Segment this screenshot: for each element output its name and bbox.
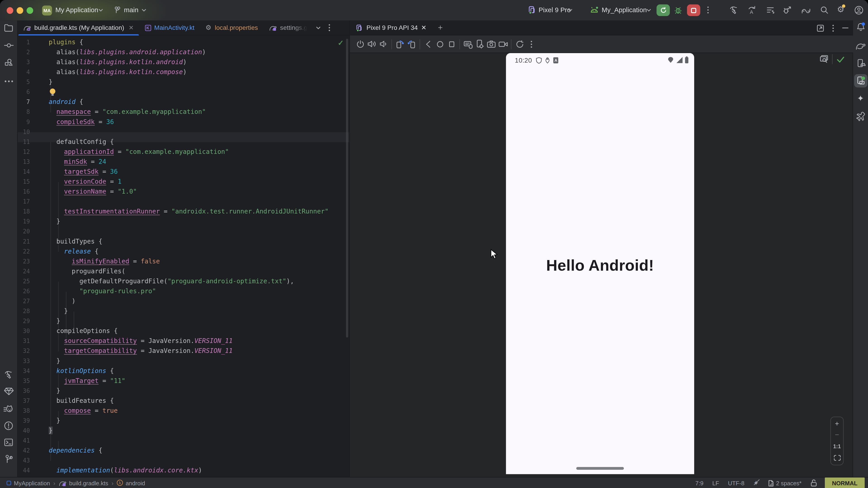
hidden-tabs-chevron-icon[interactable]	[316, 26, 321, 29]
device-selector[interactable]: Pixel 9 Pro	[539, 6, 571, 14]
code-line[interactable]: 11 defaultConfig {	[18, 137, 349, 147]
editor-scrollbar[interactable]	[346, 39, 348, 337]
zoom-in-button[interactable]: +	[835, 421, 839, 427]
device-settings-icon[interactable]	[474, 35, 485, 53]
code-line[interactable]: 22 release {	[18, 246, 349, 256]
build-tool-icon[interactable]	[3, 369, 14, 380]
terminal-icon[interactable]	[3, 436, 14, 448]
project-folder-icon[interactable]	[3, 22, 14, 33]
code-line[interactable]: 44 implementation(libs.androidx.core.ktx…	[18, 465, 349, 475]
tab-local-properties[interactable]: ⚙ local.properties	[200, 20, 264, 35]
notifications-bell-icon[interactable]	[855, 22, 866, 33]
apply-code-changes-icon[interactable]	[766, 5, 775, 15]
code-line[interactable]: 4 alias(libs.plugins.kotlin.compose)	[18, 67, 349, 77]
code-line[interactable]: 39 }	[18, 416, 349, 425]
indent-setting[interactable]: 2 spaces*	[768, 480, 802, 487]
code-line[interactable]: 31 sourceCompatibility = JavaVersion.VER…	[18, 336, 349, 346]
android-home-icon[interactable]	[434, 35, 445, 53]
code-line[interactable]: 30 compileOptions {	[18, 326, 349, 336]
close-icon[interactable]: ✕	[129, 24, 134, 31]
breadcrumb-project[interactable]: MyApplication	[6, 480, 50, 486]
hardware-input-icon[interactable]	[462, 35, 474, 53]
problems-icon[interactable]	[3, 420, 14, 431]
run-configuration[interactable]: My_Application	[602, 6, 647, 14]
gemini-gem-icon[interactable]	[3, 386, 14, 397]
code-line[interactable]: 42dependencies {	[18, 445, 349, 455]
code-line[interactable]: 29 }	[18, 316, 349, 326]
inspection-ok-icon[interactable]: ✓	[338, 39, 344, 47]
macos-zoom-button[interactable]	[27, 7, 33, 14]
code-line[interactable]: 34 kotlinOptions {	[18, 366, 349, 376]
zoom-reset-button[interactable]: 1:1	[833, 443, 841, 449]
macos-minimize-button[interactable]	[17, 7, 23, 14]
code-line[interactable]: 26 "proguard-rules.pro"	[18, 286, 349, 296]
ai-disabled-icon[interactable]: ✦	[753, 479, 759, 487]
rotate-right-icon[interactable]	[406, 35, 417, 53]
ui-check-icon[interactable]	[818, 51, 830, 68]
reset-icon[interactable]	[514, 35, 525, 53]
android-overview-icon[interactable]	[445, 35, 457, 53]
intention-lightbulb-icon[interactable]	[50, 89, 55, 94]
toolbar-more-icon[interactable]	[525, 35, 537, 53]
caret-position[interactable]: 7:9	[695, 480, 704, 486]
running-devices-icon[interactable]	[854, 74, 867, 88]
breadcrumb-file[interactable]: build.gradle.kts	[59, 480, 108, 486]
code-line[interactable]: 3 alias(libs.plugins.kotlin.android)	[18, 57, 349, 67]
line-ending[interactable]: LF	[712, 480, 719, 486]
profile-icon[interactable]	[854, 5, 864, 15]
code-line[interactable]: 13 minSdk = 24	[18, 157, 349, 166]
code-line[interactable]: 37 buildFeatures {	[18, 396, 349, 405]
screenshot-camera-icon[interactable]	[486, 35, 497, 53]
device-tab[interactable]: Pixel 9 Pro API 34 ✕	[350, 24, 432, 32]
tab-mainactivity-kt[interactable]: K MainActivity.kt	[139, 20, 200, 35]
code-line[interactable]: 23 isMinifyEnabled = false	[18, 256, 349, 266]
tab-options-icon[interactable]	[329, 24, 331, 31]
airplane-icon[interactable]	[855, 111, 866, 122]
code-line[interactable]: 18 testInstrumentationRunner = "androidx…	[18, 206, 349, 216]
code-line[interactable]: 8 namespace = "com.example.myapplication…	[18, 107, 349, 117]
close-icon[interactable]: ✕	[421, 24, 427, 31]
code-line[interactable]: 36 }	[18, 386, 349, 396]
zoom-out-button[interactable]: −	[835, 432, 839, 437]
more-tool-windows-icon[interactable]	[3, 76, 14, 87]
android-back-icon[interactable]	[423, 35, 434, 53]
apply-changes-icon[interactable]: A	[747, 5, 757, 15]
tab-settings-gradle[interactable]: settings.g	[264, 20, 313, 35]
screen-record-icon[interactable]	[497, 35, 508, 53]
code-line[interactable]: 24 proguardFiles(	[18, 266, 349, 276]
code-line[interactable]: 40}	[18, 425, 349, 435]
open-new-window-icon[interactable]	[816, 24, 824, 32]
code-line[interactable]: 10	[18, 127, 349, 137]
stop-button[interactable]	[687, 4, 700, 16]
project-name[interactable]: My Application	[55, 6, 98, 14]
project-avatar[interactable]: MA	[42, 5, 52, 15]
device-screen[interactable]: 10:20 A Hello Android!	[506, 53, 694, 474]
gradle-elephant-icon[interactable]	[855, 40, 866, 51]
gesture-navigation-bar[interactable]	[576, 467, 624, 470]
code-line[interactable]: 41	[18, 435, 349, 445]
search-icon[interactable]	[820, 5, 829, 14]
power-button-icon[interactable]	[354, 35, 366, 53]
code-line[interactable]: 9 compileSdk = 36	[18, 117, 349, 127]
hide-panel-icon[interactable]	[842, 27, 848, 29]
code-line[interactable]: 17	[18, 196, 349, 206]
code-line[interactable]: 7android {	[18, 97, 349, 107]
code-line[interactable]: 27 )	[18, 296, 349, 306]
attach-debugger-icon[interactable]	[782, 5, 792, 15]
code-line[interactable]: 16 versionName = "1.0"	[18, 186, 349, 196]
encoding[interactable]: UTF-8	[728, 480, 745, 486]
vim-mode-badge[interactable]: NORMAL	[825, 477, 865, 488]
code-line[interactable]: 20	[18, 226, 349, 236]
code-editor[interactable]: 1plugins {2 alias(libs.plugins.android.a…	[18, 35, 349, 477]
code-line[interactable]: 33 }	[18, 356, 349, 366]
tab-build-gradle-kts[interactable]: K build.gradle.kts (My Application) ✕	[18, 20, 139, 35]
rerun-button[interactable]	[656, 4, 670, 16]
code-line[interactable]: 35 jvmTarget = "11"	[18, 376, 349, 386]
code-line[interactable]: 19 }	[18, 217, 349, 226]
resource-manager-icon[interactable]	[3, 57, 14, 68]
code-line[interactable]: 6	[18, 87, 349, 97]
logcat-cat-icon[interactable]	[3, 403, 14, 414]
macos-close-button[interactable]	[6, 7, 13, 14]
breadcrumb-block[interactable]: λ android	[117, 480, 145, 486]
code-line[interactable]: 14 targetSdk = 36	[18, 166, 349, 176]
